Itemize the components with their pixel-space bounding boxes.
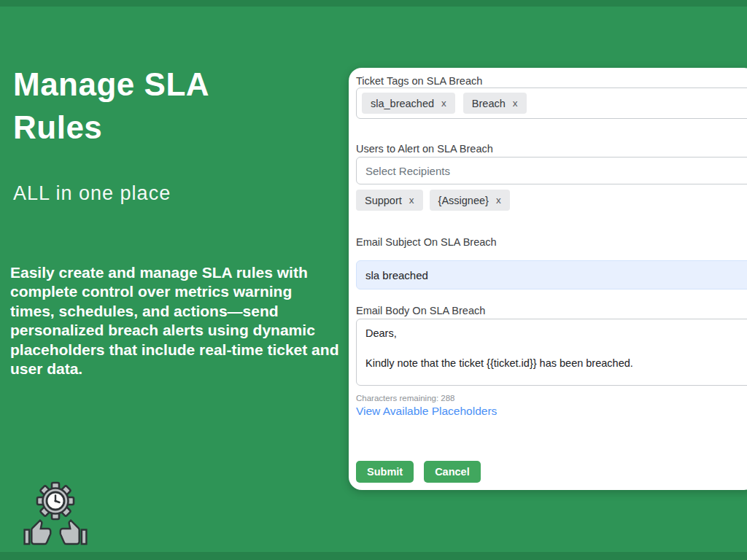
view-placeholders-link[interactable]: View Available Placeholders: [356, 405, 497, 418]
bottom-edge-strip: [0, 552, 747, 560]
characters-remaining-text: Characters remaining: 288: [356, 394, 455, 402]
email-body-textarea[interactable]: Dears, Kindly note that the ticket {{tic…: [356, 319, 747, 386]
gear-clock-thumbs-up-icon: [19, 481, 92, 553]
tag-label: sla_breached: [371, 98, 434, 109]
remove-tag-icon[interactable]: x: [441, 98, 446, 109]
recipient-tags-row: Support x {Assignee} x: [356, 190, 510, 211]
tag-label: Support: [365, 195, 402, 206]
recipient-tag-support: Support x: [356, 190, 423, 211]
submit-button[interactable]: Submit: [356, 461, 414, 483]
feature-description: Easily create and manage SLA rules with …: [10, 263, 340, 379]
sla-rule-form-card: Ticket Tags on SLA Breach sla_breached x…: [349, 68, 747, 490]
tag-label: Breach: [472, 98, 506, 109]
slide-background: { "left_panel": { "title": "Manage SLA R…: [0, 0, 747, 560]
ticket-tags-field[interactable]: sla_breached x Breach x: [356, 88, 747, 119]
tag-breach: Breach x: [463, 93, 527, 114]
cancel-button[interactable]: Cancel: [424, 461, 481, 483]
ticket-tags-label: Ticket Tags on SLA Breach: [356, 75, 482, 87]
remove-tag-icon[interactable]: x: [496, 195, 501, 206]
users-alert-label: Users to Alert on SLA Breach: [356, 143, 493, 155]
page-subtitle: ALL in one place: [13, 182, 171, 205]
top-edge-strip: [0, 0, 747, 7]
email-subject-label: Email Subject On SLA Breach: [356, 236, 497, 248]
tag-sla-breached: sla_breached x: [362, 93, 455, 114]
tag-label: {Assignee}: [438, 195, 489, 206]
page-title: Manage SLA Rules: [13, 63, 290, 149]
form-actions: Submit Cancel: [356, 461, 481, 483]
email-subject-input[interactable]: [356, 260, 747, 289]
select-recipients-input[interactable]: [356, 157, 747, 184]
remove-tag-icon[interactable]: x: [409, 195, 414, 206]
recipient-tag-assignee: {Assignee} x: [430, 190, 510, 211]
remove-tag-icon[interactable]: x: [513, 98, 518, 109]
email-body-label: Email Body On SLA Breach: [356, 305, 485, 316]
